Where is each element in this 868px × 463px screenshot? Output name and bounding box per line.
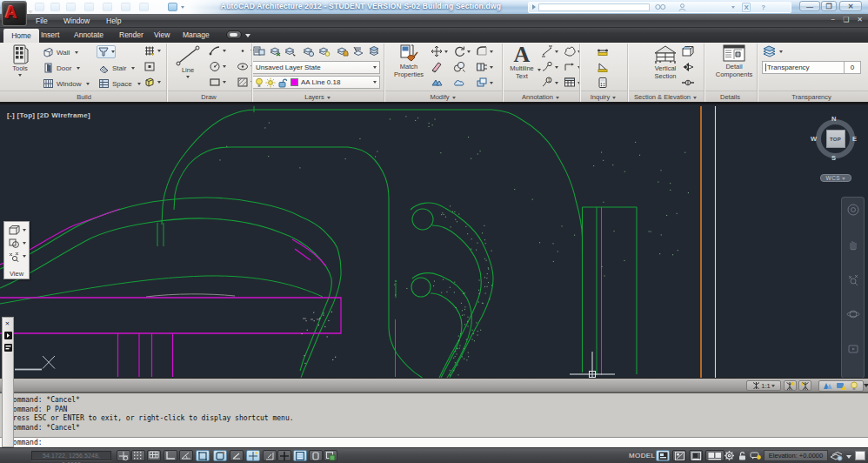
transparency-input[interactable]: Transparency [762,61,845,74]
cut-plane-warning-icon[interactable] [836,381,847,391]
build-tools-button[interactable]: Tools [5,44,35,77]
zoom-extents-button[interactable] [5,250,29,262]
viewcube[interactable]: TOP N E S W [814,117,858,162]
tab-view[interactable]: View [154,30,170,39]
toggle-dynamic-ucs[interactable] [263,450,277,461]
modify-erase-button[interactable] [431,61,443,73]
build-space-button-dropdown-icon[interactable] [137,83,141,85]
command-window[interactable]: Command: *Cancel* Command: P PAN Press E… [0,392,868,447]
build-tools-button-dropdown-icon[interactable] [18,74,22,77]
layout2-button[interactable] [689,450,703,461]
toggle-transparency-display[interactable] [324,450,337,461]
compass-south[interactable]: S [831,154,836,162]
build-window-button-dropdown-icon[interactable] [86,83,90,85]
modify-copy-stack-button-dropdown-icon[interactable] [490,82,493,84]
visual-styles-dropdown-icon[interactable] [23,242,26,245]
clean-screen-button[interactable] [855,451,865,460]
ribbon-minimize-dropdown-icon[interactable] [245,34,250,37]
layer-thaw-sun-icon[interactable] [265,77,276,88]
doc-close-icon[interactable]: ✕ [857,16,865,23]
drawing-area[interactable]: [-] [Top] [2D Wireframe] View TOP N E S … [0,104,868,378]
docstatus-menu-dropdown-icon[interactable] [864,384,868,387]
build-wall-button-dropdown-icon[interactable] [75,51,78,54]
compass-north[interactable]: N [831,115,836,123]
transparency-value-box[interactable]: 0 [844,61,861,74]
isolate-objects-bulb-icon[interactable] [850,381,858,391]
compass-east[interactable]: E [852,135,857,143]
named-views-button[interactable] [5,224,29,236]
layers-layer-freeze-button[interactable] [303,45,315,57]
infocenter-search-input[interactable] [538,3,650,11]
toggle-ortho-mode[interactable] [164,450,177,461]
draw-rectangle-button-dropdown-icon[interactable] [223,81,226,84]
transparency-toggle-button[interactable] [762,45,783,58]
qat-undo-icon[interactable] [84,3,94,11]
build-column-grid-button-dropdown-icon[interactable] [157,50,161,52]
annotation-dimension-button-dropdown-icon[interactable] [555,50,558,53]
tab-insert[interactable]: Insert [41,30,59,39]
showmotion-icon[interactable] [846,342,860,356]
menu-window[interactable]: Window [63,17,90,25]
toggle-object-snap-tracking[interactable] [246,450,260,461]
performance-tuner-icon[interactable] [749,450,763,461]
visual-styles-button[interactable] [5,237,29,249]
exchange-x-icon[interactable]: X [742,3,751,12]
zoom-dropdown-icon[interactable] [23,255,26,258]
panel-layers[interactable]: Layers [251,93,384,101]
menu-help[interactable]: Help [106,17,121,25]
draw-arc-button[interactable] [209,45,226,57]
panel-section-elevation[interactable]: Section & Elevation [627,93,704,101]
draw-line-button-dropdown-icon[interactable] [186,76,190,78]
wcs-menu[interactable]: WCS [820,174,851,182]
pan-hand-icon[interactable] [846,238,860,252]
qat-open-icon[interactable] [50,3,60,11]
coordinates-display[interactable]: 54.1722, 1256.5248, 0.0000 [31,451,111,460]
modify-match-properties-button[interactable]: MatchProperties [389,44,429,78]
modify-stretch-button[interactable] [476,61,493,73]
toolbar-lock-icon[interactable] [736,450,750,461]
annotation-mtext-button[interactable]: AMultilineText [506,44,537,80]
annotation-leader-button-dropdown-icon[interactable] [555,66,558,69]
modify-rotate-button-dropdown-icon[interactable] [467,50,471,53]
tab-render[interactable]: Render [119,30,144,39]
layers-layer-properties-button[interactable] [253,45,265,57]
toggle-dynamic-input[interactable] [277,450,291,461]
layer-unlock-icon[interactable] [277,77,288,88]
modify-copy-stack-button[interactable] [476,77,493,89]
annotation-visibility-button[interactable] [784,380,797,391]
draw-arc-button-dropdown-icon[interactable] [223,50,226,52]
viewport-controls-label[interactable]: [-] [Top] [2D Wireframe] [7,111,90,119]
ribbon-minimize-button[interactable] [226,30,242,39]
toggle-grid-display[interactable] [131,450,145,461]
tab-home[interactable]: Home [3,29,39,43]
build-roof-slab-button-dropdown-icon[interactable] [111,50,115,53]
annotation-leader-pin-button[interactable] [564,61,581,73]
layer-state-combo[interactable]: Unsaved Layer State [252,61,380,74]
annotation-revision-cloud-button[interactable] [564,45,581,57]
section-vertical-section-button[interactable]: VerticalSection [651,44,680,80]
isolate-objects-icon[interactable] [829,450,844,461]
layer-on-bulb-icon[interactable] [255,77,264,88]
modify-fillet-button[interactable] [476,45,493,57]
toggle-3d-object-snap[interactable] [213,450,227,461]
layers-layer-previous-button[interactable] [352,45,364,57]
modify-orbit-3d-button[interactable] [431,77,443,89]
build-space-button[interactable]: Space [98,78,141,89]
elevation-field[interactable]: Elevation: +0.0000 [764,450,828,461]
qat-dropdown-button[interactable] [168,3,177,11]
layers-layer-match-button[interactable] [270,45,282,57]
qat-properties-icon[interactable] [139,3,149,11]
restore-button[interactable]: ❐ [821,1,837,11]
search-binoculars-icon[interactable] [655,3,666,10]
build-window-button[interactable]: Window [43,78,90,89]
annotation-scale-button[interactable]: 1:1 [746,380,781,391]
build-box-button[interactable] [144,77,161,88]
cut-plane-icon[interactable] [822,381,833,391]
build-structural-column-button[interactable] [144,61,156,72]
statusbar-menu-dropdown-icon[interactable] [846,455,851,459]
modify-stretch-button-dropdown-icon[interactable] [490,66,493,69]
toggle-grid-snap[interactable] [147,450,161,461]
modify-move-button[interactable] [431,45,448,57]
build-wall-button[interactable]: Wall [43,47,78,57]
layer-combo[interactable]: AA Line 0.18 [252,76,380,89]
